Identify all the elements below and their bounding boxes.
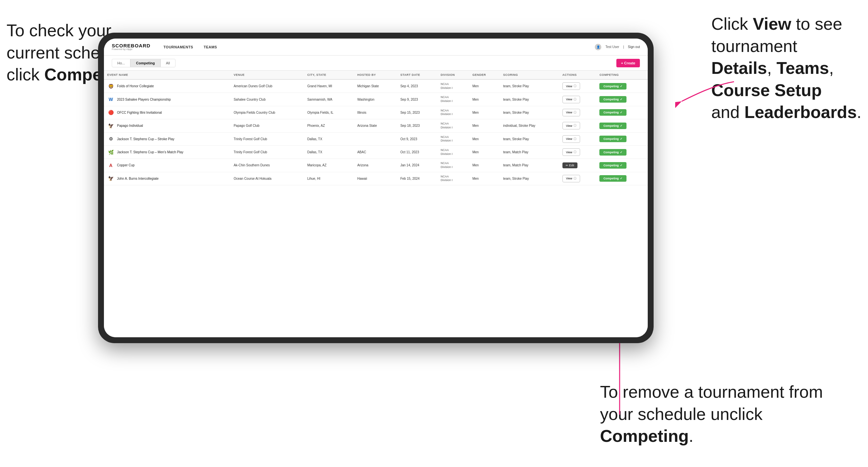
col-start-date: START DATE xyxy=(397,71,437,80)
nav-teams[interactable]: TEAMS xyxy=(204,45,217,49)
cell-competing: Competing ✓ xyxy=(596,93,648,106)
cell-division: NCAADivision I xyxy=(437,172,469,185)
cell-event-name: ⚙ Jackson T. Stephens Cup – Stroke Play xyxy=(104,132,230,146)
cell-actions: View ⓘ xyxy=(559,119,596,132)
info-icon: ⓘ xyxy=(574,111,577,115)
cell-city-state: Phoenix, AZ xyxy=(304,119,354,132)
table-row: 🌿 Jackson T. Stephens Cup – Men's Match … xyxy=(104,146,648,158)
cell-hosted-by: Illinois xyxy=(354,106,397,119)
competing-button[interactable]: Competing ✓ xyxy=(599,149,626,156)
cell-city-state: Maricopa, AZ xyxy=(304,159,354,172)
team-logo: 🔴 xyxy=(107,109,114,116)
cell-actions: View ⓘ xyxy=(559,80,596,93)
table-row: 🦅 John A. Burns Intercollegiate Ocean Co… xyxy=(104,172,648,185)
cell-start-date: Oct 11, 2023 xyxy=(397,146,437,158)
tournaments-table: EVENT NAME VENUE CITY, STATE HOSTED BY S… xyxy=(104,71,648,185)
cell-actions: View ⓘ xyxy=(559,172,596,185)
competing-button[interactable]: Competing ✓ xyxy=(599,162,626,168)
cell-competing: Competing ✓ xyxy=(596,146,648,158)
cell-hosted-by xyxy=(354,132,397,146)
cell-hosted-by: Hawaii xyxy=(354,172,397,185)
event-name-text: Copper Cup xyxy=(117,163,135,167)
cell-venue: Trinity Forest Golf Club xyxy=(230,146,304,158)
scoreboard-powered: Powered by clippi xyxy=(112,48,150,51)
cell-event-name: 🦅 John A. Burns Intercollegiate xyxy=(104,172,230,185)
view-button[interactable]: View ⓘ xyxy=(562,96,580,103)
user-name: Test User xyxy=(605,45,619,49)
view-button[interactable]: View ⓘ xyxy=(562,148,580,156)
scoreboard-title: SCOREBOARD xyxy=(112,43,150,48)
cell-competing: Competing ✓ xyxy=(596,172,648,185)
competing-button[interactable]: Competing ✓ xyxy=(599,109,626,116)
cell-venue: Sahalee Country Club xyxy=(230,93,304,106)
cell-gender: Men xyxy=(469,159,500,172)
tab-competing[interactable]: Competing xyxy=(130,59,160,67)
view-button[interactable]: View ⓘ xyxy=(562,109,580,116)
sign-out-link[interactable]: Sign out xyxy=(628,45,640,49)
tablet-screen: SCOREBOARD Powered by clippi TOURNAMENTS… xyxy=(104,38,648,337)
cell-actions: ✏ Edit xyxy=(559,159,596,172)
table-body: 🦁 Folds of Honor Collegiate American Dun… xyxy=(104,80,648,185)
annotation-top-right: Click View to see tournament Details, Te… xyxy=(711,13,862,124)
cell-hosted-by: Arizona xyxy=(354,159,397,172)
cell-start-date: Sep 15, 2023 xyxy=(397,106,437,119)
col-venue: VENUE xyxy=(230,71,304,80)
cell-scoring: team, Stroke Play xyxy=(500,106,559,119)
competing-button[interactable]: Competing ✓ xyxy=(599,175,626,182)
team-logo: 🦅 xyxy=(107,175,114,182)
view-button[interactable]: View ⓘ xyxy=(562,175,580,182)
cell-actions: View ⓘ xyxy=(559,146,596,158)
competing-button[interactable]: Competing ✓ xyxy=(599,83,626,90)
check-icon: ✓ xyxy=(620,137,623,141)
view-button[interactable]: View ⓘ xyxy=(562,135,580,143)
view-button[interactable]: View ⓘ xyxy=(562,82,580,90)
edit-button[interactable]: ✏ Edit xyxy=(562,162,578,168)
info-icon: ⓘ xyxy=(574,137,577,141)
annotation-bottom-right: To remove a tournament from your schedul… xyxy=(600,381,848,447)
check-icon: ✓ xyxy=(620,111,623,114)
col-competing: COMPETING xyxy=(596,71,648,80)
leaderboards-bold: Leaderboards xyxy=(744,103,857,122)
cell-event-name: 🦅 Papago Individual xyxy=(104,119,230,132)
cell-gender: Men xyxy=(469,106,500,119)
cell-hosted-by: Arizona State xyxy=(354,119,397,132)
table-row: ⚙ Jackson T. Stephens Cup – Stroke Play … xyxy=(104,132,648,146)
event-name-text: Folds of Honor Collegiate xyxy=(117,84,154,88)
cell-competing: Competing ✓ xyxy=(596,159,648,172)
cell-division: NCAADivision I xyxy=(437,93,469,106)
cell-city-state: Lihue, HI xyxy=(304,172,354,185)
cell-event-name: 🦁 Folds of Honor Collegiate xyxy=(104,80,230,93)
sub-header: Ho... Competing All + Create xyxy=(104,56,648,71)
cell-actions: View ⓘ xyxy=(559,106,596,119)
competing-button[interactable]: Competing ✓ xyxy=(599,96,626,103)
info-icon: ⓘ xyxy=(574,84,577,88)
create-button[interactable]: + Create xyxy=(616,59,640,67)
cell-city-state: Dallas, TX xyxy=(304,146,354,158)
competing-button[interactable]: Competing ✓ xyxy=(599,136,626,142)
check-icon: ✓ xyxy=(620,98,623,101)
event-name-text: John A. Burns Intercollegiate xyxy=(117,177,158,180)
nav-tournaments[interactable]: TOURNAMENTS xyxy=(163,45,193,49)
cell-division: NCAADivision I xyxy=(437,146,469,158)
event-name-text: Papago Individual xyxy=(117,124,143,127)
cell-competing: Competing ✓ xyxy=(596,106,648,119)
separator: | xyxy=(623,45,624,49)
teams-bold: Teams xyxy=(776,59,829,77)
info-icon: ⓘ xyxy=(574,97,577,102)
view-button[interactable]: View ⓘ xyxy=(562,122,580,129)
tab-all[interactable]: All xyxy=(160,59,176,67)
tab-home[interactable]: Ho... xyxy=(112,59,130,67)
cell-event-name: 🔴 OFCC Fighting Illini Invitational xyxy=(104,106,230,119)
cell-competing: Competing ✓ xyxy=(596,132,648,146)
cell-scoring: team, Stroke Play xyxy=(500,93,559,106)
cell-scoring: individual, Stroke Play xyxy=(500,119,559,132)
check-icon: ✓ xyxy=(620,124,623,127)
competing-button[interactable]: Competing ✓ xyxy=(599,123,626,129)
cell-gender: Men xyxy=(469,93,500,106)
app-header: SCOREBOARD Powered by clippi TOURNAMENTS… xyxy=(104,38,648,56)
col-event-name: EVENT NAME xyxy=(104,71,230,80)
cell-actions: View ⓘ xyxy=(559,132,596,146)
cell-start-date: Sep 9, 2023 xyxy=(397,93,437,106)
col-actions: ACTIONS xyxy=(559,71,596,80)
col-hosted-by: HOSTED BY xyxy=(354,71,397,80)
